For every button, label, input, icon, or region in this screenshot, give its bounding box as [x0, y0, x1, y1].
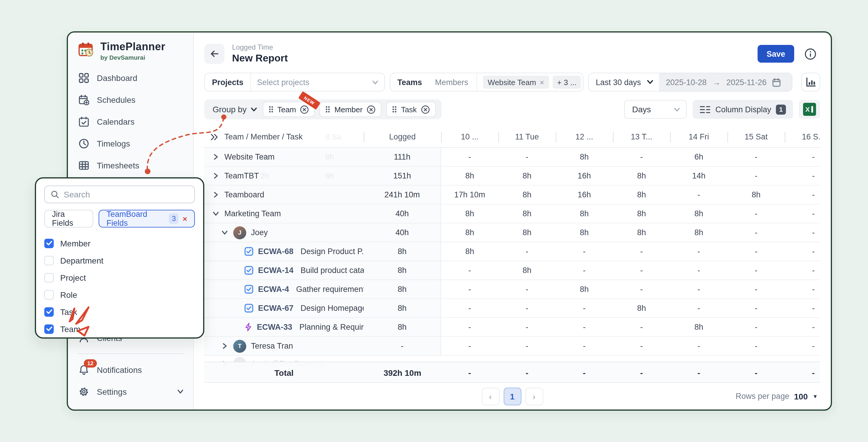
current-page-button[interactable]: 1: [503, 387, 521, 405]
export-excel-button[interactable]: X: [799, 100, 820, 119]
chevron-right-icon[interactable]: [211, 154, 220, 160]
row-name-cell[interactable]: ECWA-33Planning & Require...: [204, 318, 364, 336]
sidebar-item-dashboard[interactable]: Dashboard: [68, 67, 193, 89]
table-row[interactable]: ECWA-33Planning & Require...8h----8h--: [204, 318, 820, 337]
field-option-task[interactable]: Task: [44, 303, 195, 320]
table-row[interactable]: ECWA-68Design Product P...8h8h------: [204, 242, 820, 261]
projects-filter[interactable]: Projects Select projects: [204, 73, 385, 92]
row-logged-cell: 8h: [364, 318, 441, 336]
field-option-member[interactable]: Member: [44, 235, 195, 252]
info-icon[interactable]: [800, 44, 820, 64]
field-option-role[interactable]: Role: [44, 286, 195, 303]
row-name-cell[interactable]: Teamboard: [204, 185, 364, 204]
row-name-cell[interactable]: Marketing Team: [204, 204, 364, 223]
row-name-cell[interactable]: TTeresa Tran: [204, 337, 364, 355]
group-chip-member[interactable]: Member: [320, 101, 381, 117]
back-button[interactable]: [204, 44, 224, 64]
sidebar-item-schedules[interactable]: Schedules: [68, 89, 193, 111]
chevron-down-icon: [177, 387, 184, 396]
row-name-cell[interactable]: ECWA-68Design Product P...: [204, 242, 364, 261]
close-icon[interactable]: ×: [183, 214, 187, 223]
drag-handle-icon[interactable]: [326, 106, 330, 113]
rows-per-page-value: 100: [794, 391, 808, 401]
column-header-label: Team / Member / Task: [224, 132, 303, 141]
sidebar-item-timelogs[interactable]: Timelogs: [68, 132, 193, 154]
column-display-button[interactable]: Column Display 1: [693, 100, 793, 119]
row-day-cell: 8h: [613, 204, 670, 223]
table-row[interactable]: ECWA-14Build product catalo...8h-8h-----: [204, 261, 820, 280]
teams-filter[interactable]: Teams Members Website Team×+ 3 ...: [390, 73, 583, 92]
checkbox-checked[interactable]: [44, 238, 54, 248]
group-chip-task[interactable]: Task: [386, 101, 435, 117]
table-row[interactable]: Teamboard241h 10m17h 10m8h16h8h-8h-: [204, 185, 820, 204]
checkbox-unchecked[interactable]: [44, 290, 54, 299]
app-logo-calendar-icon: [78, 41, 95, 59]
next-page-button[interactable]: ›: [525, 387, 543, 405]
sidebar-item-timesheets[interactable]: Timesheets: [68, 154, 193, 176]
date-range-filter[interactable]: Last 30 days 2025-10-28 → 2025-11-26: [588, 73, 793, 92]
checkbox-checked[interactable]: [44, 307, 54, 317]
team-filter-chip[interactable]: + 3 ...: [552, 76, 581, 89]
chevron-right-icon[interactable]: [211, 191, 220, 198]
table-row[interactable]: Marketing Team40h8h8h8h8h8h--: [204, 204, 820, 224]
drag-handle-icon[interactable]: [268, 106, 273, 113]
row-name-cell[interactable]: ECWA-67Design Homepage: [204, 299, 364, 317]
range-preset[interactable]: Last 30 days: [596, 78, 641, 87]
row-day-cell: -: [498, 299, 556, 317]
group-by-dropdown[interactable]: Group by: [213, 105, 256, 114]
table-row[interactable]: ECWA-4Gather requirements8h--8h----: [204, 280, 820, 299]
checkbox-unchecked[interactable]: [44, 273, 54, 282]
sidebar-item-notifications[interactable]: 12Notifications: [68, 359, 193, 381]
team-filter-chip[interactable]: Website Team×: [483, 76, 549, 89]
bar-chart-icon: [806, 78, 816, 87]
members-toggle[interactable]: Members: [429, 73, 477, 91]
chevron-right-icon[interactable]: [220, 343, 228, 349]
field-option-team[interactable]: Team: [44, 320, 195, 337]
save-button[interactable]: Save: [757, 45, 794, 63]
caret-down-icon: [251, 107, 256, 111]
granularity-select[interactable]: Days: [624, 100, 687, 119]
remove-group-icon[interactable]: [300, 105, 309, 114]
field-option-department[interactable]: Department: [44, 252, 195, 269]
table-row[interactable]: ECWA-67Design Homepage8h---8h---: [204, 299, 820, 318]
date-range-values[interactable]: 2025-10-28 → 2025-11-26: [659, 73, 792, 91]
remove-chip-icon[interactable]: ×: [540, 78, 544, 87]
fields-tab-label: TeamBoard Fields: [106, 210, 165, 228]
sidebar-item-calendars[interactable]: Calendars: [68, 111, 193, 132]
row-name-cell[interactable]: Website Team2h8h: [204, 148, 364, 166]
prev-page-button[interactable]: ‹: [482, 387, 499, 405]
fields-tab-teamboard-fields[interactable]: TeamBoard Fields3×: [99, 210, 195, 228]
drag-handle-icon[interactable]: [392, 106, 397, 113]
row-day-cell: -: [498, 148, 556, 166]
chevron-down-icon[interactable]: [211, 210, 220, 217]
remove-group-icon[interactable]: [367, 105, 376, 114]
teams-toggle[interactable]: Teams: [390, 73, 429, 91]
group-chip-team[interactable]: TeamNEW: [262, 101, 315, 117]
collapse-all-icon[interactable]: [210, 133, 218, 140]
chevron-right-icon[interactable]: [211, 173, 220, 179]
checkbox-unchecked[interactable]: [44, 256, 54, 265]
table-row[interactable]: Website Team2h8h111h--8h-6h--: [204, 148, 820, 167]
sidebar-item-settings[interactable]: Settings: [68, 381, 193, 403]
chevron-down-icon: [372, 79, 378, 85]
search-input[interactable]: [64, 190, 188, 199]
remove-group-icon[interactable]: [421, 105, 430, 114]
row-name-cell[interactable]: TeamTBT2h8h: [204, 167, 364, 185]
chart-view-button[interactable]: [801, 73, 820, 92]
table-row[interactable]: TTeresa Tran--------: [204, 337, 820, 356]
checkbox-checked[interactable]: [44, 324, 54, 333]
fields-tab-jira-fields[interactable]: Jira Fields: [44, 210, 94, 228]
row-name-cell[interactable]: JJoey: [204, 224, 364, 242]
rows-per-page[interactable]: Rows per page 100 ▼: [736, 391, 820, 401]
row-logged-cell: 40h: [364, 204, 441, 223]
row-name-cell[interactable]: ECWA-14Build product catalo...: [204, 261, 364, 279]
popup-search[interactable]: [44, 185, 195, 203]
column-display-label: Column Display: [715, 105, 771, 114]
chevron-down-icon[interactable]: [220, 229, 228, 236]
table-row[interactable]: JJoey40h8h8h8h8h8h--: [204, 224, 820, 242]
row-name-cell[interactable]: ECWA-4Gather requirements: [204, 280, 364, 298]
granularity-value: Days: [632, 105, 651, 114]
table-row[interactable]: TeamTBT2h8h151h8h8h16h8h14h--: [204, 167, 820, 185]
row-day-cell: -: [785, 148, 820, 166]
field-option-project[interactable]: Project: [44, 269, 195, 286]
